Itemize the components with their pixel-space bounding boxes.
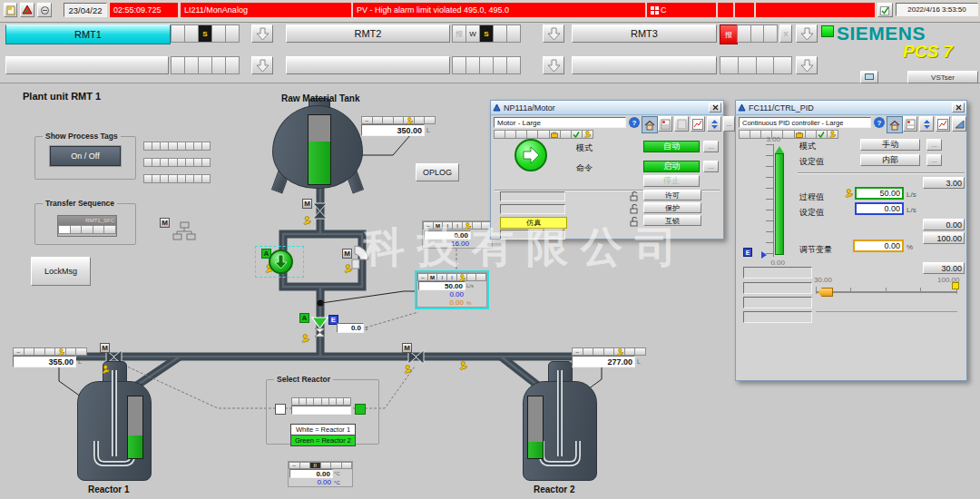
nav-rmt1-expand-button[interactable] [251,24,273,43]
check-icon [573,131,580,138]
nav-rmt2-button[interactable]: RMT2 [286,24,450,43]
motor-view-selector[interactable]: Motor - Large [494,117,626,128]
nav-spare2-expand-button[interactable] [543,56,564,74]
lockmsg-button[interactable]: LockMsg [31,257,91,286]
limits-view-button[interactable] [707,116,721,132]
sp-high-limit-field[interactable]: 3.00 [923,177,965,189]
flow-pv-unit: L/s [466,283,474,289]
new-alarm-button[interactable] [4,3,17,17]
a-letter: A [264,250,270,258]
pid-spsrc-label-text: 设定值 [799,157,824,166]
limits-view-button[interactable] [919,116,934,132]
nav-spare1-cells[interactable] [171,56,240,74]
alarm-source-tag[interactable]: LI211/MonAnalog [180,3,351,17]
reactor2-select-square[interactable] [355,404,366,415]
timer-display[interactable]: 0.0 s [337,323,368,333]
reactor1-select-square[interactable] [275,404,286,415]
valve-dosing[interactable] [312,318,328,337]
sp-low-limit-field[interactable]: 0.00 [923,219,965,230]
protect-button[interactable]: 保护 [643,202,701,213]
temperature-display[interactable]: – II 0.00 °C 0.00 °C [288,461,353,487]
out-low-limit-field[interactable]: 30.00 [923,262,965,274]
batch-view-button[interactable] [674,116,689,132]
interlock-button[interactable]: 互锁 [643,215,701,226]
pid-spsrc-more-button[interactable]: ... [926,154,942,166]
motor-cmd-more-button[interactable]: ... [703,161,719,172]
x-badge: X [783,30,788,38]
reactor1-level-display[interactable]: – 355.00 L [13,347,87,367]
message-view-button[interactable] [658,116,672,132]
out-high-limit-field[interactable]: 100.00 [923,232,965,244]
nav-rmt3-status-cells[interactable] [737,24,778,43]
reactor-select-widget[interactable] [291,397,351,415]
sfc-widget[interactable]: RMT1_SFC [57,215,117,237]
pid-mode-more-button[interactable]: ... [926,139,942,151]
network-topology-icon[interactable] [172,221,196,241]
pid-faceplate-titlebar[interactable]: FC111/CTRL_PID [736,101,966,115]
sp-field[interactable]: 0.00 [855,202,904,215]
nav-spare3-cells[interactable] [720,56,792,74]
nav-rmt2-status-cells[interactable]: 报 W S [452,24,521,43]
trend-view-button[interactable] [691,116,705,132]
tank-level-display[interactable]: – 350.00 L [361,116,436,136]
slider-handle[interactable] [818,288,833,297]
ramp-view-button[interactable] [952,116,966,132]
pid-view-selector[interactable]: Continuous PID controller - Large [739,117,871,128]
motor-mode-more-button[interactable]: ... [703,141,719,152]
a-letter: A [302,314,308,322]
transfer-sequence-label: Transfer Sequence [43,199,117,208]
motor-mode-button[interactable]: 自动 [643,141,700,152]
close-button[interactable] [709,103,721,113]
valve-loop-right[interactable] [352,246,368,269]
nav-rmt3-button[interactable]: RMT3 [572,24,717,43]
ack-alarm-button[interactable] [20,3,34,17]
oplog-button[interactable]: OPLOG [416,163,459,181]
nav-spare2-cells[interactable] [452,56,521,74]
home-view-button[interactable] [642,116,658,133]
close-button[interactable] [952,103,965,113]
nav-spare1-button[interactable] [5,56,169,74]
flow-display[interactable]: – M I I 50.00 L/s 0.00 0.00 % [416,272,487,308]
nav-rmt3-x-cell[interactable]: X [779,24,792,43]
bar-min-text: 0.00 [770,259,785,267]
nav-spare3-expand-button[interactable] [796,56,818,74]
nav-rmt1-button[interactable]: RMT1 [5,24,171,44]
reactor2-level-display[interactable]: – 277.00 L [572,347,646,367]
ack-visible-button[interactable] [877,3,893,17]
help-button[interactable]: ? [629,117,640,128]
nav-spare1-expand-button[interactable] [251,56,273,74]
nav-spare2-button[interactable] [286,56,450,74]
timer-value: 0.0 [351,324,361,332]
nav-spare3-button[interactable] [572,56,717,74]
nav-rmt3-expand-button[interactable] [796,24,818,43]
pid-toolbar-cells[interactable] [739,130,838,139]
simulation-button[interactable]: 仿真 [500,217,567,229]
pid-mode-button[interactable]: 手动 [860,139,920,151]
valve-tank-outlet[interactable] [313,203,327,219]
motor-faceplate-titlebar[interactable]: NP111a/Motor [491,101,723,115]
e-letter: E [331,316,336,324]
nav-rmt3-alarm-cell[interactable]: 报 [720,24,738,44]
pid-spsrc-button[interactable]: 内部 [860,154,920,166]
nav-rmt2-expand-button[interactable] [543,24,564,43]
permit-button[interactable]: 许可 [643,190,701,201]
memo-view-button[interactable]: ... [723,116,735,132]
nav-rmt1-status-cells[interactable]: S [171,24,240,43]
motor-toolbar-cells[interactable] [494,130,593,139]
pump-circulation[interactable] [269,250,293,274]
logged-user-field[interactable]: VSTser [907,71,978,83]
home-view-button[interactable] [887,116,903,133]
message-view-button[interactable] [903,116,917,132]
help-button[interactable]: ? [874,117,885,128]
mute-button[interactable] [37,3,52,17]
alarm-message[interactable]: PV - High alarm limit violated 495.0, 49… [352,3,645,17]
motor-display[interactable]: – M I I 0.00 16.00 [422,220,493,249]
user-settings-button[interactable] [860,71,878,83]
on-off-button[interactable]: On / Off [50,146,121,166]
nav-rmt3-label: RMT3 [631,28,658,39]
trend-view-button[interactable] [936,116,950,132]
output-slider-track[interactable] [816,291,957,293]
raw-material-tank-label: Raw Material Tank [281,93,360,103]
motor-start-button[interactable]: 启动 [643,161,700,172]
motor-stop-button[interactable]: 停止 [643,175,700,187]
